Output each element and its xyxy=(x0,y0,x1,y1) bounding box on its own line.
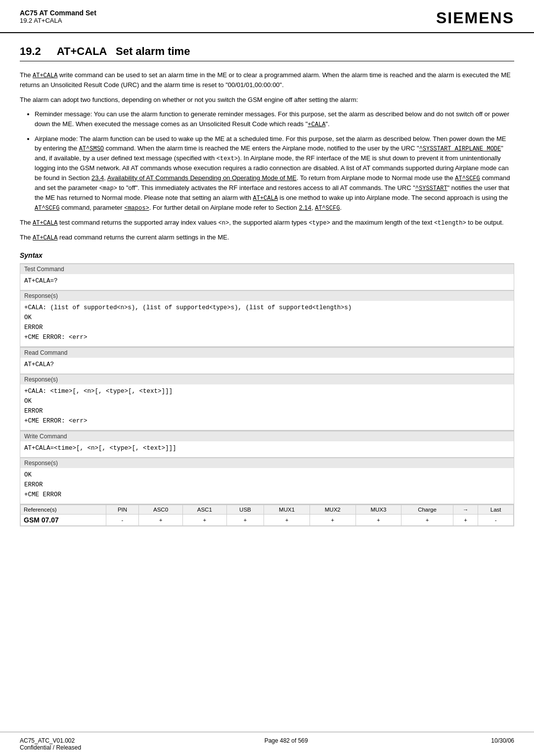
bullet-list: Reminder message: You can use the alarm … xyxy=(35,109,514,213)
write-command-section: Write Command AT+CALA=<time>[, <n>[, <ty… xyxy=(20,431,514,505)
ref-header-mux3: MUX3 xyxy=(356,505,401,514)
ref-header-pin: PIN xyxy=(106,505,138,514)
header-subtitle: 19.2 AT+CALA xyxy=(20,17,96,24)
test-response-body: +CALA: (list of supported<n>s), (list of… xyxy=(20,301,514,347)
page-header: AC75 AT Command Set 19.2 AT+CALA SIEMENS xyxy=(0,0,534,33)
footer-confidential: Confidential / Released xyxy=(20,744,81,751)
test-command-body: AT+CALA=? xyxy=(20,274,514,290)
ref-header-label: Reference(s) xyxy=(21,505,106,514)
ref-header-asc1: ASC1 xyxy=(182,505,226,514)
sysstart-urc: ^SYSSTART xyxy=(415,185,447,192)
type-param: <type> xyxy=(309,220,330,227)
test-command-section: Test Command AT+CALA=? Response(s) +CALA… xyxy=(20,264,514,347)
atsmso-link: AT^SMSO xyxy=(79,145,104,152)
atcala-link-1: AT+CALA xyxy=(33,72,57,79)
ref-header-asc0: ASC0 xyxy=(139,505,183,514)
ref-table: Reference(s) PIN ASC0 ASC1 USB MUX1 MUX2… xyxy=(20,505,514,526)
ref-usb-val: + xyxy=(226,514,264,525)
write-command-body: AT+CALA=<time>[, <n>[, <type>[, <text>]]… xyxy=(20,441,514,458)
atcala-link-2: AT+CALA xyxy=(253,195,278,202)
read-command-label: Read Command xyxy=(20,347,514,358)
test-cmd-text: AT+CALA=? xyxy=(24,276,510,286)
mapos-param: <mapos> xyxy=(124,205,149,212)
write-response-body: OK ERROR +CME ERROR xyxy=(20,468,514,504)
ref-mux2-val: + xyxy=(310,514,356,525)
test-response-label: Response(s) xyxy=(20,290,514,301)
siemens-logo: SIEMENS xyxy=(436,9,514,27)
bullet-item-1: Reminder message: You can use the alarm … xyxy=(35,109,514,129)
ref-header-arrow: → xyxy=(453,505,478,514)
footer-date: 10/30/06 xyxy=(491,737,514,751)
read-command-section: Read Command AT+CALA? Response(s) +CALA:… xyxy=(20,347,514,431)
header-title: AC75 AT Command Set xyxy=(20,9,96,17)
ref-arrow-val: + xyxy=(453,514,478,525)
ref-asc0-val: + xyxy=(139,514,183,525)
ref-header-mux2: MUX2 xyxy=(310,505,356,514)
read-cmd-text: AT+CALA? xyxy=(24,360,510,370)
section-heading: 19.2 AT+CALA Set alarm time xyxy=(20,45,514,61)
tlength-param: <tlength> xyxy=(434,220,466,227)
section-link-234: 23.4 xyxy=(91,174,104,182)
section-number: 19.2 xyxy=(20,45,41,58)
header-left: AC75 AT Command Set 19.2 AT+CALA xyxy=(20,9,96,24)
section-title: AT+CALA Set alarm time xyxy=(57,45,190,58)
cala-code: +CALA xyxy=(308,121,325,128)
sysstart-code: ^SYSSTART AIRPLANE MODE xyxy=(419,145,501,152)
footer-left: AC75_ATC_V01.002 Confidential / Released xyxy=(20,737,81,751)
test-command-label: Test Command xyxy=(20,264,514,274)
ref-mux3-val: + xyxy=(356,514,401,525)
ref-charge-val: + xyxy=(401,514,453,525)
syntax-heading: Syntax xyxy=(20,251,514,259)
map-param: <map> xyxy=(99,185,117,192)
write-command-label: Write Command xyxy=(20,431,514,441)
syntax-table-container: Test Command AT+CALA=? Response(s) +CALA… xyxy=(20,263,514,526)
paragraph-4: The AT+CALA read command returns the cur… xyxy=(20,233,514,242)
read-response-label: Response(s) xyxy=(20,374,514,384)
read-response-body: +CALA: <time>[, <n>[, <type>[, <text>]]]… xyxy=(20,384,514,430)
text-param: <text> xyxy=(217,155,238,162)
section-link-availability: Availability of AT Commands Depending on… xyxy=(107,174,297,182)
atscfg-link-2: AT^SCFG xyxy=(35,205,59,212)
ref-value-cell: GSM 07.07 xyxy=(21,514,106,525)
footer-doc-id: AC75_ATC_V01.002 xyxy=(20,737,81,744)
atscfg-link-3: AT^SCFG xyxy=(315,205,340,212)
atcala-read-ref: AT+CALA xyxy=(33,235,57,241)
ref-last-val: - xyxy=(478,514,514,525)
ref-header-charge: Charge xyxy=(401,505,453,514)
paragraph-3: The AT+CALA test command returns the sup… xyxy=(20,218,514,228)
ref-asc1-val: + xyxy=(182,514,226,525)
section-link-214: 2.14 xyxy=(299,204,311,211)
ref-mux1-val: + xyxy=(264,514,310,525)
page-footer: AC75_ATC_V01.002 Confidential / Released… xyxy=(0,732,534,756)
footer-page: Page 482 of 569 xyxy=(265,737,308,751)
paragraph-2: The alarm can adopt two functions, depen… xyxy=(20,95,514,105)
write-response-label: Response(s) xyxy=(20,458,514,468)
reference-section: Reference(s) PIN ASC0 ASC1 USB MUX1 MUX2… xyxy=(20,505,514,526)
atscfg-link-1: AT^SCFG xyxy=(455,175,480,182)
ref-header-last: Last xyxy=(478,505,514,514)
write-cmd-text: AT+CALA=<time>[, <n>[, <type>[, <text>]]… xyxy=(24,443,510,453)
n-param: <n> xyxy=(219,220,229,227)
ref-header-usb: USB xyxy=(226,505,264,514)
ref-header-mux1: MUX1 xyxy=(264,505,310,514)
atcala-test-ref: AT+CALA xyxy=(33,220,57,227)
main-content: 19.2 AT+CALA Set alarm time The AT+CALA … xyxy=(0,33,534,536)
bullet-item-2: Airplane mode: The alarm function can be… xyxy=(35,134,514,213)
ref-pin-val: - xyxy=(106,514,138,525)
paragraph-1: The AT+CALA write command can be used to… xyxy=(20,70,514,90)
read-command-body: AT+CALA? xyxy=(20,358,514,374)
